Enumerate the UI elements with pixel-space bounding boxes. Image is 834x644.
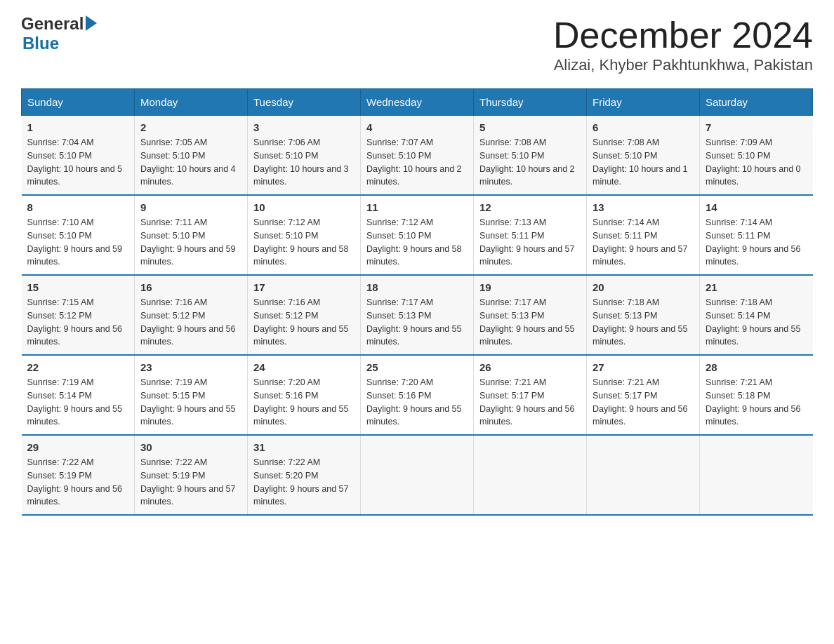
calendar-cell: 28Sunrise: 7:21 AMSunset: 5:18 PMDayligh… [700,355,813,435]
day-number: 23 [140,361,241,373]
weekday-header-monday: Monday [135,89,248,116]
calendar-cell: 31Sunrise: 7:22 AMSunset: 5:20 PMDayligh… [248,435,361,515]
day-number: 18 [366,281,468,293]
calendar-cell: 10Sunrise: 7:12 AMSunset: 5:10 PMDayligh… [248,195,361,275]
calendar-cell: 24Sunrise: 7:20 AMSunset: 5:16 PMDayligh… [248,355,361,435]
calendar-cell [587,435,700,515]
calendar-week-row: 29Sunrise: 7:22 AMSunset: 5:19 PMDayligh… [22,435,813,515]
day-number: 17 [253,281,355,293]
calendar-cell: 16Sunrise: 7:16 AMSunset: 5:12 PMDayligh… [135,275,248,355]
day-number: 27 [593,361,694,373]
day-info: Sunrise: 7:04 AMSunset: 5:10 PMDaylight:… [27,136,129,189]
day-info: Sunrise: 7:07 AMSunset: 5:10 PMDaylight:… [366,136,468,189]
day-number: 30 [140,441,241,453]
calendar-cell: 19Sunrise: 7:17 AMSunset: 5:13 PMDayligh… [474,275,587,355]
day-number: 14 [706,201,807,213]
calendar-cell: 1Sunrise: 7:04 AMSunset: 5:10 PMDaylight… [22,116,135,196]
calendar-cell: 20Sunrise: 7:18 AMSunset: 5:13 PMDayligh… [587,275,700,355]
day-number: 25 [366,361,468,373]
calendar-cell: 22Sunrise: 7:19 AMSunset: 5:14 PMDayligh… [22,355,135,435]
page-header: General Blue December 2024 Alizai, Khybe… [21,14,813,74]
day-info: Sunrise: 7:22 AMSunset: 5:20 PMDaylight:… [253,456,355,509]
day-info: Sunrise: 7:22 AMSunset: 5:19 PMDaylight:… [140,456,241,509]
calendar-cell: 25Sunrise: 7:20 AMSunset: 5:16 PMDayligh… [361,355,474,435]
calendar-cell: 21Sunrise: 7:18 AMSunset: 5:14 PMDayligh… [700,275,813,355]
day-number: 2 [140,121,241,133]
calendar-cell: 3Sunrise: 7:06 AMSunset: 5:10 PMDaylight… [248,116,361,196]
calendar-cell: 7Sunrise: 7:09 AMSunset: 5:10 PMDaylight… [700,116,813,196]
logo: General Blue [21,14,98,53]
weekday-header-wednesday: Wednesday [361,89,474,116]
day-number: 21 [706,281,807,293]
day-info: Sunrise: 7:18 AMSunset: 5:14 PMDaylight:… [706,296,807,349]
day-info: Sunrise: 7:15 AMSunset: 5:12 PMDaylight:… [27,296,129,349]
calendar-cell [361,435,474,515]
day-number: 31 [253,441,355,453]
weekday-header-saturday: Saturday [700,89,813,116]
day-info: Sunrise: 7:18 AMSunset: 5:13 PMDaylight:… [593,296,694,349]
calendar-cell: 14Sunrise: 7:14 AMSunset: 5:11 PMDayligh… [700,195,813,275]
day-number: 6 [593,121,694,133]
location-subtitle: Alizai, Khyber Pakhtunkhwa, Pakistan [553,56,813,74]
day-number: 1 [27,121,129,133]
day-info: Sunrise: 7:21 AMSunset: 5:18 PMDaylight:… [706,376,807,429]
day-number: 28 [706,361,807,373]
calendar-cell: 17Sunrise: 7:16 AMSunset: 5:12 PMDayligh… [248,275,361,355]
day-info: Sunrise: 7:21 AMSunset: 5:17 PMDaylight:… [479,376,581,429]
day-number: 24 [253,361,355,373]
calendar-cell: 30Sunrise: 7:22 AMSunset: 5:19 PMDayligh… [135,435,248,515]
day-number: 11 [366,201,468,213]
weekday-header-tuesday: Tuesday [248,89,361,116]
day-number: 13 [593,201,694,213]
day-info: Sunrise: 7:11 AMSunset: 5:10 PMDaylight:… [140,216,241,269]
calendar-cell: 8Sunrise: 7:10 AMSunset: 5:10 PMDaylight… [22,195,135,275]
calendar-cell: 13Sunrise: 7:14 AMSunset: 5:11 PMDayligh… [587,195,700,275]
day-info: Sunrise: 7:12 AMSunset: 5:10 PMDaylight:… [253,216,355,269]
day-number: 3 [253,121,355,133]
calendar-week-row: 15Sunrise: 7:15 AMSunset: 5:12 PMDayligh… [22,275,813,355]
day-info: Sunrise: 7:17 AMSunset: 5:13 PMDaylight:… [479,296,581,349]
day-info: Sunrise: 7:10 AMSunset: 5:10 PMDaylight:… [27,216,129,269]
day-info: Sunrise: 7:09 AMSunset: 5:10 PMDaylight:… [706,136,807,189]
weekday-header-thursday: Thursday [474,89,587,116]
day-info: Sunrise: 7:06 AMSunset: 5:10 PMDaylight:… [253,136,355,189]
day-info: Sunrise: 7:13 AMSunset: 5:11 PMDaylight:… [479,216,581,269]
day-info: Sunrise: 7:08 AMSunset: 5:10 PMDaylight:… [479,136,581,189]
calendar-cell: 9Sunrise: 7:11 AMSunset: 5:10 PMDaylight… [135,195,248,275]
title-section: December 2024 Alizai, Khyber Pakhtunkhwa… [553,14,813,74]
logo-general-text: General [21,14,84,34]
day-number: 7 [706,121,807,133]
day-number: 20 [593,281,694,293]
calendar-week-row: 8Sunrise: 7:10 AMSunset: 5:10 PMDaylight… [22,195,813,275]
day-info: Sunrise: 7:16 AMSunset: 5:12 PMDaylight:… [253,296,355,349]
calendar-cell: 18Sunrise: 7:17 AMSunset: 5:13 PMDayligh… [361,275,474,355]
day-number: 4 [366,121,468,133]
day-info: Sunrise: 7:21 AMSunset: 5:17 PMDaylight:… [593,376,694,429]
day-number: 12 [479,201,581,213]
calendar-week-row: 22Sunrise: 7:19 AMSunset: 5:14 PMDayligh… [22,355,813,435]
day-info: Sunrise: 7:19 AMSunset: 5:15 PMDaylight:… [140,376,241,429]
day-number: 15 [27,281,129,293]
calendar-cell [700,435,813,515]
day-number: 10 [253,201,355,213]
calendar-header-row: SundayMondayTuesdayWednesdayThursdayFrid… [22,89,813,116]
weekday-header-friday: Friday [587,89,700,116]
calendar-table: SundayMondayTuesdayWednesdayThursdayFrid… [21,88,813,516]
day-info: Sunrise: 7:17 AMSunset: 5:13 PMDaylight:… [366,296,468,349]
month-title: December 2024 [553,14,813,56]
day-number: 5 [479,121,581,133]
day-number: 19 [479,281,581,293]
calendar-cell: 4Sunrise: 7:07 AMSunset: 5:10 PMDaylight… [361,116,474,196]
calendar-cell: 27Sunrise: 7:21 AMSunset: 5:17 PMDayligh… [587,355,700,435]
day-number: 16 [140,281,241,293]
logo-arrow-icon [86,15,97,31]
calendar-cell: 11Sunrise: 7:12 AMSunset: 5:10 PMDayligh… [361,195,474,275]
day-info: Sunrise: 7:05 AMSunset: 5:10 PMDaylight:… [140,136,241,189]
day-info: Sunrise: 7:14 AMSunset: 5:11 PMDaylight:… [706,216,807,269]
calendar-cell: 5Sunrise: 7:08 AMSunset: 5:10 PMDaylight… [474,116,587,196]
day-info: Sunrise: 7:14 AMSunset: 5:11 PMDaylight:… [593,216,694,269]
weekday-header-sunday: Sunday [22,89,135,116]
day-info: Sunrise: 7:19 AMSunset: 5:14 PMDaylight:… [27,376,129,429]
calendar-cell [474,435,587,515]
day-number: 9 [140,201,241,213]
